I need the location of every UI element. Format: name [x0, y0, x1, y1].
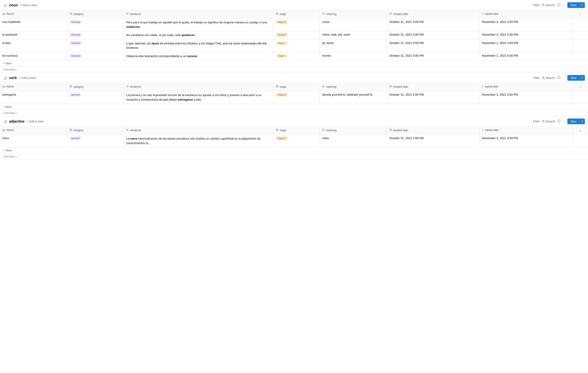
- add-view-btn-adjective[interactable]: + Add a view: [27, 120, 43, 123]
- cell-name-0-0[interactable]: una maldición: [0, 18, 67, 31]
- search-btn-noun[interactable]: Search: [542, 3, 555, 7]
- expand-btn-verb[interactable]: [557, 76, 560, 80]
- table-wrap-noun: AaNamecategorysentencestagemeaningcreate…: [0, 11, 588, 60]
- th-label-2-noun: sentence: [130, 12, 141, 16]
- section-name-verb: verb: [9, 76, 17, 80]
- table-row: entregarsegeneralLa primera y la más imp…: [0, 91, 588, 104]
- cell-meaning-0-1: chore, task, job, work: [320, 31, 387, 39]
- add-new-row-adjective[interactable]: + New: [0, 147, 588, 154]
- add-new-row-verb[interactable]: + New: [0, 104, 588, 110]
- th-meaning-adjective: meaning: [320, 127, 387, 135]
- cell-category-1-0[interactable]: general: [67, 91, 124, 104]
- cell-category-0-3[interactable]: General: [67, 52, 124, 60]
- cell-stage-0-0[interactable]: Stage 2: [273, 18, 320, 31]
- cell-name-2-0[interactable]: mero: [0, 135, 67, 147]
- calculate-row-verb[interactable]: Calculate ▾: [0, 110, 588, 116]
- stage-badge-0-1: Stage 2: [276, 33, 288, 36]
- add-view-btn-noun[interactable]: + Add a view: [20, 3, 37, 7]
- cell-stage-0-3[interactable]: Stage 1: [273, 52, 320, 60]
- calculate-row-noun[interactable]: Calculate ▾: [0, 66, 588, 73]
- table-noun: AaNamecategorysentencestagemeaningcreate…: [0, 11, 588, 60]
- cell-sentence-0-0: Pero para el que trabaja en aquello que …: [124, 18, 273, 31]
- table-row: una maldiciónGeneralPero para el que tra…: [0, 18, 588, 31]
- table-row: los sucesosGeneralObserva esta ilustraci…: [0, 52, 588, 60]
- cell-empty-1-0: [573, 91, 588, 104]
- calculate-row-adjective[interactable]: Calculate ▾: [0, 154, 588, 160]
- cell-stage-0-1[interactable]: Stage 2: [273, 31, 320, 39]
- search-btn-verb[interactable]: Search: [542, 76, 555, 79]
- cell-stage-2-0[interactable]: Stage 2: [273, 135, 320, 147]
- th-repeat-date-noun: Σrepeat date: [480, 11, 572, 18]
- section-title-verb: verb: [3, 76, 17, 80]
- th-category-adjective: category: [67, 127, 124, 135]
- cell-stage-0-2[interactable]: Stage 1: [273, 39, 320, 52]
- th-Name-verb: AaName: [0, 83, 67, 91]
- new-btn-verb[interactable]: New: [567, 75, 580, 81]
- th-add-adjective[interactable]: +: [573, 127, 588, 135]
- filter-btn-adjective[interactable]: Filter: [533, 120, 540, 123]
- th-add-noun[interactable]: +: [573, 11, 588, 18]
- cell-name-0-2[interactable]: el lazo: [0, 39, 67, 52]
- svg-line-16: [544, 78, 545, 79]
- edit-icon: [3, 3, 8, 8]
- search-btn-adjective[interactable]: Search: [542, 120, 555, 123]
- cell-category-0-2[interactable]: General: [67, 39, 124, 52]
- new-btn-adjective[interactable]: New: [567, 119, 580, 124]
- more-btn-noun[interactable]: ···: [563, 3, 565, 7]
- th-label-0-noun: Name: [7, 12, 14, 15]
- table-row: el quehacerGeneralNo cambiaría con nadie…: [0, 31, 588, 39]
- add-view-btn-verb[interactable]: + Add a view: [19, 76, 36, 79]
- th-icon-5-noun: [389, 12, 392, 16]
- th-label-1-verb: category: [73, 85, 84, 88]
- th-label-3-noun: stage: [280, 12, 286, 16]
- th-label-3-verb: stage: [280, 85, 286, 88]
- table-row: merogeneralLa mera informatización de la…: [0, 135, 588, 147]
- cell-repeat-2-0: November 3, 2021 4:59 PM: [480, 135, 572, 147]
- filter-btn-noun[interactable]: Filter: [533, 3, 540, 7]
- th-icon-1-noun: [70, 12, 72, 16]
- section-title-noun: noun: [3, 3, 18, 8]
- category-badge-2-0: general: [70, 136, 82, 140]
- th-label-1-adjective: category: [73, 129, 84, 132]
- cell-empty-0-1: [573, 31, 588, 39]
- stage-badge-2-0: Stage 2: [276, 136, 288, 140]
- th-Name-noun: AaName: [0, 11, 67, 18]
- th-add-verb[interactable]: +: [573, 83, 588, 91]
- more-btn-adjective[interactable]: ···: [563, 120, 565, 123]
- new-btn-noun[interactable]: New: [567, 2, 580, 8]
- th-repeat-date-adjective: Σrepeat date: [480, 127, 572, 135]
- cell-repeat-0-1: November 3, 2021 5:00 PM: [480, 31, 572, 39]
- svg-point-38: [277, 129, 277, 130]
- new-btn-caret-noun[interactable]: ▾: [580, 2, 585, 8]
- filter-btn-verb[interactable]: Filter: [533, 76, 540, 79]
- th-icon-4-noun: [322, 12, 325, 16]
- new-btn-caret-verb[interactable]: ▾: [580, 75, 585, 81]
- th-meaning-noun: meaning: [320, 11, 387, 18]
- new-btn-caret-adjective[interactable]: ▾: [580, 119, 585, 124]
- cell-name-0-1[interactable]: el quehacer: [0, 31, 67, 39]
- cell-name-1-0[interactable]: entregarse: [0, 91, 67, 104]
- expand-btn-adjective[interactable]: [557, 120, 560, 123]
- th-icon-5-adjective: [389, 129, 392, 132]
- new-btn-group-noun: New ▾: [567, 2, 585, 8]
- more-btn-verb[interactable]: ···: [563, 76, 565, 79]
- cell-sentence-0-3: Observa esta ilustración correspondiente…: [124, 52, 273, 60]
- add-new-row-noun[interactable]: + New: [0, 60, 588, 66]
- cell-meaning-2-0: mere: [320, 135, 387, 147]
- cell-stage-1-0[interactable]: Stage 2: [273, 91, 320, 104]
- th-label-6-adjective: repeat date: [485, 129, 499, 132]
- th-icon-6-noun: Σ: [482, 12, 484, 15]
- th-label-3-adjective: stage: [280, 129, 286, 132]
- cell-created-0-0: October 31, 2021 4:59 PM: [387, 18, 480, 31]
- section-title-adjective: adjective: [3, 119, 24, 124]
- table-adjective: AaNamecategorysentencestagemeaningcreate…: [0, 127, 588, 147]
- cell-created-0-3: October 31, 2021 5:00 PM: [387, 52, 480, 60]
- cell-sentence-2-0: La mera informatización de las tareas es…: [124, 135, 273, 147]
- cell-category-0-0[interactable]: General: [67, 18, 124, 31]
- cell-category-2-0[interactable]: general: [67, 135, 124, 147]
- th-sentence-adjective: sentence: [124, 127, 273, 135]
- cell-meaning-0-0: curse: [320, 18, 387, 31]
- cell-category-0-1[interactable]: General: [67, 31, 124, 39]
- expand-btn-noun[interactable]: [557, 3, 560, 7]
- cell-name-0-3[interactable]: los sucesos: [0, 52, 67, 60]
